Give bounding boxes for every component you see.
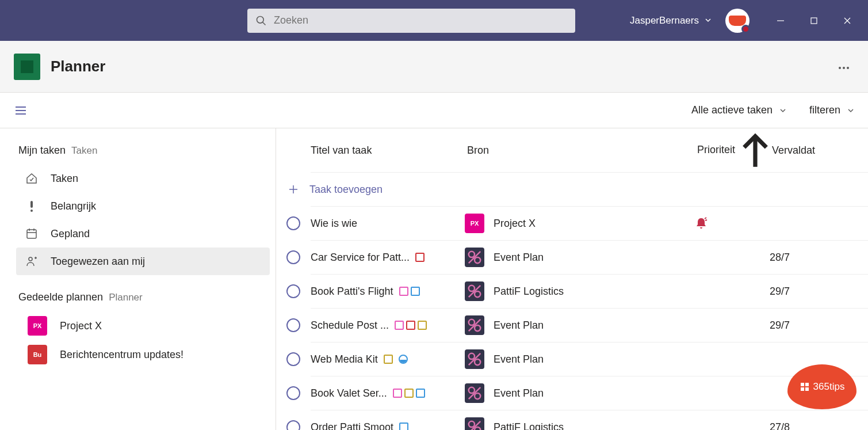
- filter-label: filteren: [809, 104, 840, 116]
- tag-swatch: [415, 253, 425, 262]
- task-title-cell: Order Patti Smoot: [311, 421, 465, 431]
- task-complete-radio[interactable]: [286, 386, 300, 400]
- svg-point-35: [469, 353, 475, 359]
- svg-rect-45: [805, 383, 809, 386]
- task-row[interactable]: Schedule Post ...Event Plan29/7: [311, 308, 868, 342]
- section-title-sub: Planner: [109, 292, 143, 303]
- svg-line-25: [705, 220, 707, 220]
- search-box[interactable]: [247, 9, 575, 33]
- task-source-cell: Event Plan: [465, 349, 695, 369]
- task-title-cell: Book Valet Ser...: [311, 387, 465, 399]
- task-due-date: 29/7: [770, 286, 868, 298]
- task-complete-radio[interactable]: [286, 216, 300, 230]
- column-header-priority-label: Prioriteit: [697, 144, 735, 156]
- titlebar: JasperBernaers: [0, 0, 868, 41]
- task-complete-radio[interactable]: [286, 352, 300, 366]
- task-row[interactable]: Car Service for Patt...Event Plan28/7: [311, 240, 868, 274]
- svg-rect-46: [801, 387, 804, 391]
- sidebar-plan-item[interactable]: BuBerichtencentrum updates!: [16, 340, 270, 369]
- hamburger-menu-button[interactable]: [14, 104, 28, 117]
- search-input[interactable]: [274, 14, 567, 26]
- task-tags: [395, 321, 427, 330]
- sort-ascending-icon: [739, 131, 772, 170]
- task-complete-radio[interactable]: [286, 420, 300, 430]
- source-label: Event Plan: [494, 353, 544, 366]
- svg-rect-12: [30, 201, 33, 208]
- source-label: Project X: [494, 218, 536, 230]
- progress-indicator-icon: [399, 355, 408, 364]
- chevron-down-icon: [847, 107, 854, 114]
- column-header-due[interactable]: Vervaldat: [772, 144, 868, 157]
- user-name[interactable]: JasperBernaers: [630, 15, 699, 26]
- svg-point-18: [29, 257, 32, 261]
- svg-rect-3: [811, 18, 817, 24]
- task-source-cell: Event Plan: [465, 315, 695, 335]
- task-title: Book Valet Ser...: [311, 387, 387, 399]
- section-title-main: Mijn taken: [18, 144, 66, 157]
- task-filter-dropdown[interactable]: Alle actieve taken: [691, 104, 786, 116]
- svg-point-27: [475, 257, 480, 263]
- svg-rect-14: [27, 230, 36, 238]
- office-icon: [800, 382, 810, 392]
- minimize-button[interactable]: [767, 7, 794, 35]
- toolbar: Alle actieve taken filteren: [0, 93, 868, 128]
- sidebar-item-important[interactable]: Belangrijk: [16, 192, 270, 220]
- content: Mijn taken Taken Taken Belangrijk Geplan…: [0, 128, 868, 430]
- filter-dropdown[interactable]: filteren: [809, 104, 854, 116]
- sidebar-plan-item[interactable]: PXProject X: [16, 311, 270, 340]
- svg-rect-47: [805, 387, 809, 391]
- svg-point-36: [475, 359, 480, 365]
- task-complete-radio[interactable]: [286, 318, 300, 332]
- task-row[interactable]: Book Patti's FlightPattiF Logistics29/7: [311, 274, 868, 308]
- task-row[interactable]: Web Media KitEvent Plan: [311, 342, 868, 376]
- task-title: Web Media Kit: [311, 353, 378, 366]
- task-priority-cell: [695, 217, 770, 230]
- svg-point-41: [469, 421, 475, 427]
- person-add-icon: [25, 255, 38, 268]
- svg-point-32: [469, 319, 475, 325]
- task-source-cell: PattiF Logistics: [465, 281, 695, 301]
- task-row[interactable]: Book Valet Ser...Event Plan: [311, 376, 868, 410]
- svg-point-29: [469, 286, 475, 291]
- svg-point-38: [469, 387, 475, 393]
- source-badge: [465, 315, 484, 335]
- plus-icon: [288, 184, 299, 195]
- svg-point-33: [475, 325, 480, 331]
- plan-label: Berichtencentrum updates!: [60, 349, 183, 361]
- urgent-bell-icon: [695, 217, 708, 230]
- task-row[interactable]: Wie is wiePXProject X: [311, 206, 868, 240]
- task-tags: [399, 287, 420, 296]
- watermark-text: 365tips: [813, 381, 845, 393]
- task-title: Schedule Post ...: [311, 319, 389, 332]
- svg-point-8: [847, 67, 849, 69]
- section-title-main: Gedeelde plannen: [18, 291, 103, 303]
- svg-rect-44: [801, 383, 804, 386]
- column-header-title[interactable]: Titel van taak: [311, 144, 467, 157]
- task-complete-radio[interactable]: [286, 284, 300, 298]
- tag-swatch: [393, 389, 402, 398]
- column-header-source[interactable]: Bron: [467, 144, 697, 157]
- avatar[interactable]: [725, 9, 750, 33]
- user-menu-chevron[interactable]: [705, 16, 712, 25]
- column-header-priority[interactable]: Prioriteit: [697, 131, 772, 170]
- sidebar-item-label: Gepland: [51, 228, 90, 240]
- sidebar-item-planned[interactable]: Gepland: [16, 220, 270, 248]
- sidebar-item-assigned[interactable]: Toegewezen aan mij: [16, 248, 270, 275]
- task-row[interactable]: Order Patti SmootPattiF Logistics27/8: [311, 410, 868, 430]
- task-complete-radio[interactable]: [286, 250, 300, 264]
- close-button[interactable]: [833, 7, 861, 35]
- svg-point-13: [30, 210, 33, 212]
- task-tags: [384, 355, 393, 364]
- svg-line-24: [705, 218, 706, 219]
- task-source-cell: Event Plan: [465, 248, 695, 267]
- tag-swatch: [395, 321, 404, 330]
- sidebar-item-label: Taken: [51, 173, 78, 185]
- more-options-button[interactable]: [833, 58, 854, 76]
- add-task-row[interactable]: Taak toevoegen: [311, 172, 868, 206]
- sidebar-item-tasks[interactable]: Taken: [16, 165, 270, 192]
- svg-point-0: [257, 16, 264, 23]
- task-source-cell: Event Plan: [465, 383, 695, 403]
- maximize-button[interactable]: [800, 7, 828, 35]
- calendar-icon: [25, 227, 38, 240]
- svg-point-26: [469, 252, 475, 257]
